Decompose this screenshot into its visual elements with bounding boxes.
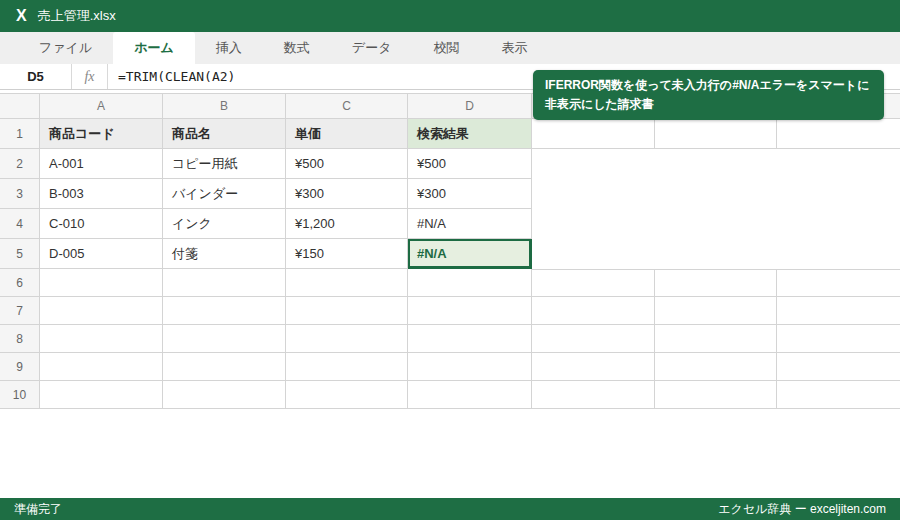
tab-file[interactable]: ファイル [18, 32, 113, 64]
cell-f5[interactable] [655, 239, 777, 269]
cell-b9[interactable] [163, 353, 286, 381]
column-header-d[interactable]: D [408, 94, 532, 119]
cell-d2[interactable]: ¥500 [408, 149, 532, 179]
row-header-3[interactable]: 3 [0, 179, 40, 209]
cell-a4[interactable]: C-010 [40, 209, 163, 239]
cell-d3[interactable]: ¥300 [408, 179, 532, 209]
cell-g1[interactable] [777, 119, 900, 149]
cell-c10[interactable] [286, 381, 408, 409]
cell-b2[interactable]: コピー用紙 [163, 149, 286, 179]
cell-e2[interactable] [532, 149, 655, 179]
cell-b6[interactable] [163, 269, 286, 297]
cell-g4[interactable] [777, 209, 900, 239]
tab-insert[interactable]: 挿入 [195, 32, 263, 64]
cell-a6[interactable] [40, 269, 163, 297]
cell-e5[interactable] [532, 239, 655, 269]
tab-home[interactable]: ホーム [113, 32, 195, 64]
status-brand-label: エクセル辞典 ー exceljiten.com [718, 501, 886, 518]
cell-c9[interactable] [286, 353, 408, 381]
cell-g5[interactable] [777, 239, 900, 269]
cell-f6[interactable] [655, 269, 777, 297]
cell-g9[interactable] [777, 353, 900, 381]
fx-icon[interactable]: fx [72, 64, 108, 89]
row-header-6[interactable]: 6 [0, 269, 40, 297]
cell-e4[interactable] [532, 209, 655, 239]
formula-input[interactable]: =TRIM(CLEAN(A2) [108, 64, 235, 89]
cell-b10[interactable] [163, 381, 286, 409]
cell-g6[interactable] [777, 269, 900, 297]
excel-logo-icon: X [16, 7, 27, 25]
row-header-9[interactable]: 9 [0, 353, 40, 381]
cell-g8[interactable] [777, 325, 900, 353]
select-all-corner[interactable] [0, 94, 40, 119]
cell-a10[interactable] [40, 381, 163, 409]
cell-e9[interactable] [532, 353, 655, 381]
cell-b8[interactable] [163, 325, 286, 353]
cell-e7[interactable] [532, 297, 655, 325]
cell-f8[interactable] [655, 325, 777, 353]
cell-b3[interactable]: バインダー [163, 179, 286, 209]
cell-e8[interactable] [532, 325, 655, 353]
column-header-b[interactable]: B [163, 94, 286, 119]
cell-f3[interactable] [655, 179, 777, 209]
cell-f4[interactable] [655, 209, 777, 239]
cell-g7[interactable] [777, 297, 900, 325]
cell-a9[interactable] [40, 353, 163, 381]
cell-e6[interactable] [532, 269, 655, 297]
cell-f7[interactable] [655, 297, 777, 325]
cell-g3[interactable] [777, 179, 900, 209]
cell-c5[interactable]: ¥150 [286, 239, 408, 269]
cell-c1[interactable]: 単価 [286, 119, 408, 149]
cell-a2[interactable]: A-001 [40, 149, 163, 179]
cell-b4[interactable]: インク [163, 209, 286, 239]
cell-f9[interactable] [655, 353, 777, 381]
row-header-7[interactable]: 7 [0, 297, 40, 325]
row-header-2[interactable]: 2 [0, 149, 40, 179]
cell-c4[interactable]: ¥1,200 [286, 209, 408, 239]
table-row-6: 6 [0, 269, 900, 297]
cell-f10[interactable] [655, 381, 777, 409]
cell-d10[interactable] [408, 381, 532, 409]
cell-f1[interactable] [655, 119, 777, 149]
cell-b7[interactable] [163, 297, 286, 325]
cell-a8[interactable] [40, 325, 163, 353]
table-row-1: 1 商品コード 商品名 単価 検索結果 [0, 119, 900, 149]
cell-d9[interactable] [408, 353, 532, 381]
cell-c3[interactable]: ¥300 [286, 179, 408, 209]
cell-c6[interactable] [286, 269, 408, 297]
cell-c8[interactable] [286, 325, 408, 353]
cell-a7[interactable] [40, 297, 163, 325]
column-header-a[interactable]: A [40, 94, 163, 119]
table-row-10: 10 [0, 381, 900, 409]
cell-g10[interactable] [777, 381, 900, 409]
cell-b5[interactable]: 付箋 [163, 239, 286, 269]
cell-a3[interactable]: B-003 [40, 179, 163, 209]
tab-formulas[interactable]: 数式 [263, 32, 331, 64]
cell-b1[interactable]: 商品名 [163, 119, 286, 149]
cell-c7[interactable] [286, 297, 408, 325]
cell-a1[interactable]: 商品コード [40, 119, 163, 149]
tab-view[interactable]: 表示 [480, 32, 548, 64]
cell-c2[interactable]: ¥500 [286, 149, 408, 179]
column-header-c[interactable]: C [286, 94, 408, 119]
cell-a5[interactable]: D-005 [40, 239, 163, 269]
cell-e1[interactable] [532, 119, 655, 149]
cell-d4[interactable]: #N/A [408, 209, 532, 239]
row-header-8[interactable]: 8 [0, 325, 40, 353]
cell-e3[interactable] [532, 179, 655, 209]
cell-g2[interactable] [777, 149, 900, 179]
name-box[interactable]: D5 [0, 64, 72, 89]
row-header-5[interactable]: 5 [0, 239, 40, 269]
cell-d7[interactable] [408, 297, 532, 325]
cell-d1[interactable]: 検索結果 [408, 119, 532, 149]
row-header-4[interactable]: 4 [0, 209, 40, 239]
tab-review[interactable]: 校閲 [412, 32, 480, 64]
cell-f2[interactable] [655, 149, 777, 179]
tab-data[interactable]: データ [331, 32, 413, 64]
row-header-10[interactable]: 10 [0, 381, 40, 409]
cell-e10[interactable] [532, 381, 655, 409]
cell-d5-selected[interactable]: #N/A [408, 239, 532, 269]
cell-d8[interactable] [408, 325, 532, 353]
cell-d6[interactable] [408, 269, 532, 297]
row-header-1[interactable]: 1 [0, 119, 40, 149]
